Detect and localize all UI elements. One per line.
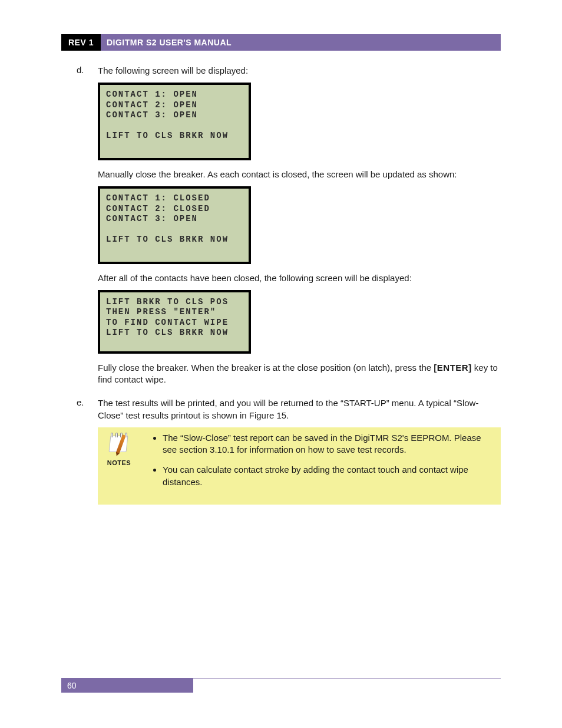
lcd-screen-1: CONTACT 1: OPEN CONTACT 2: OPEN CONTACT … — [98, 83, 251, 160]
list-item-e: e. The test results will be printed, and… — [77, 397, 501, 505]
intro-d: The following screen will be displayed: — [98, 65, 501, 77]
body-content: d. The following screen will be displaye… — [77, 65, 501, 510]
enter-key-label: [ENTER] — [434, 363, 471, 373]
para-d3: Fully close the breaker. When the breake… — [98, 362, 501, 386]
header-bar: REV 1 DIGITMR S2 USER'S MANUAL — [61, 34, 501, 51]
notepad-icon — [107, 432, 131, 456]
notes-bullet-2: You can calculate contact stroke by addi… — [163, 464, 495, 488]
list-marker-d: d. — [77, 65, 87, 391]
para-d1: Manually close the breaker. As each cont… — [98, 169, 501, 180]
notes-bullet-1: The “Slow-Close” test report can be save… — [163, 432, 495, 456]
para-d3-a: Fully close the breaker. When the breake… — [98, 363, 434, 373]
notes-block: NOTES The “Slow-Close” test report can b… — [98, 427, 501, 505]
para-e: The test results will be printed, and yo… — [98, 397, 501, 421]
para-d2: After all of the contacts have been clos… — [98, 272, 501, 284]
page: REV 1 DIGITMR S2 USER'S MANUAL d. The fo… — [0, 0, 562, 728]
doc-title: DIGITMR S2 USER'S MANUAL — [101, 34, 237, 51]
list-item-d: d. The following screen will be displaye… — [77, 65, 501, 391]
lcd-screen-2: CONTACT 1: CLOSED CONTACT 2: CLOSED CONT… — [98, 186, 251, 264]
list-marker-e: e. — [77, 397, 87, 505]
notes-label: NOTES — [107, 459, 131, 466]
notes-right: The “Slow-Close” test report can be save… — [150, 432, 495, 496]
list-body-e: The test results will be printed, and yo… — [98, 397, 501, 505]
page-number: 60 — [61, 678, 193, 693]
lcd-screen-3: LIFT BRKR TO CLS POS THEN PRESS "ENTER" … — [98, 290, 251, 354]
rev-box: REV 1 — [61, 34, 101, 51]
list-body-d: The following screen will be displayed: … — [98, 65, 501, 391]
notes-left: NOTES — [100, 432, 138, 466]
